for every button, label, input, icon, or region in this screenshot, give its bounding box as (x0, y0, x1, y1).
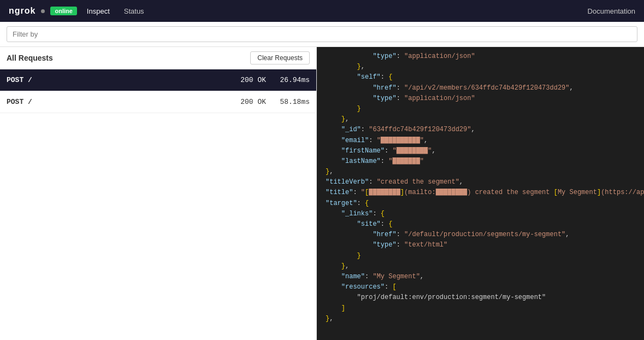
request-method: POST / (7, 76, 50, 84)
status-dot (41, 9, 45, 13)
main-layout: All Requests Clear Requests POST / 200 O… (0, 22, 644, 340)
left-panel: All Requests Clear Requests POST / 200 O… (0, 47, 317, 340)
request-duration: 58.18ms (266, 98, 310, 106)
filter-bar (0, 22, 644, 47)
request-list: POST / 200 OK 26.94ms POST / 200 OK 58.1… (0, 69, 316, 340)
content-area: All Requests Clear Requests POST / 200 O… (0, 47, 644, 340)
request-status: 200 OK (222, 76, 266, 84)
nav-status[interactable]: Status (120, 7, 149, 15)
json-detail[interactable]: "type": "application/json" }, "self": { … (317, 47, 644, 340)
request-item[interactable]: POST / 200 OK 26.94ms (0, 69, 316, 91)
request-status: 200 OK (222, 98, 266, 106)
clear-requests-button[interactable]: Clear Requests (250, 51, 310, 65)
brand-logo: ngrok (9, 6, 36, 16)
request-method: POST / (7, 98, 50, 106)
navbar: ngrok online Inspect Status Documentatio… (0, 0, 644, 22)
online-badge: online (50, 7, 76, 15)
request-duration: 26.94ms (266, 76, 310, 84)
nav-inspect[interactable]: Inspect (82, 7, 114, 15)
right-panel: "type": "application/json" }, "self": { … (317, 47, 644, 340)
filter-input[interactable] (7, 26, 637, 42)
left-panel-header: All Requests Clear Requests (0, 47, 316, 69)
docs-link[interactable]: Documentation (588, 7, 635, 15)
all-requests-label: All Requests (7, 54, 53, 62)
request-item[interactable]: POST / 200 OK 58.18ms (0, 91, 316, 113)
